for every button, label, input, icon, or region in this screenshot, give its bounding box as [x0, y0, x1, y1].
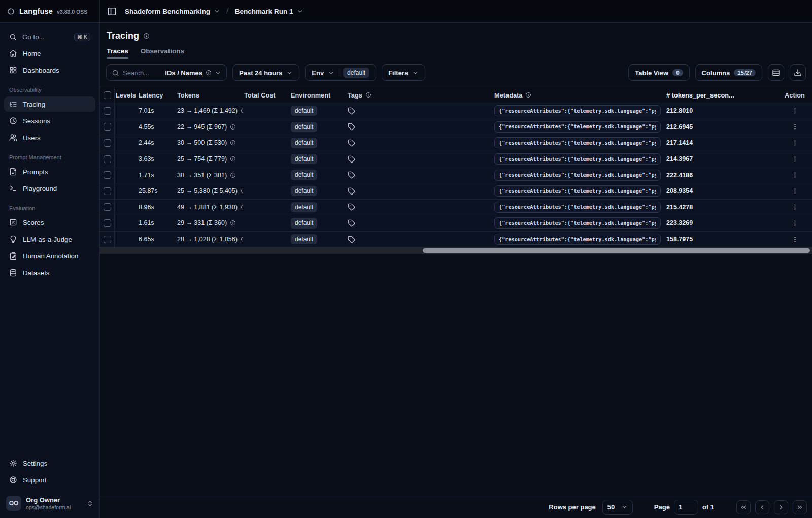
- sidebar-item-tracing[interactable]: Tracing: [4, 96, 95, 112]
- column-header-environment[interactable]: Environment: [290, 87, 345, 103]
- tag-icon[interactable]: [348, 171, 355, 179]
- next-page-button[interactable]: [774, 500, 788, 514]
- sidebar-item-users[interactable]: Users: [4, 130, 95, 145]
- last-page-button[interactable]: [793, 500, 807, 514]
- metadata-preview[interactable]: {"resourceAttributes":{"telemetry.sdk.la…: [494, 234, 661, 245]
- tag-icon[interactable]: [348, 139, 355, 147]
- columns-button[interactable]: Columns 15/27: [695, 64, 762, 81]
- row-actions-button[interactable]: [791, 187, 799, 195]
- row-checkbox[interactable]: [104, 219, 111, 227]
- tag-icon[interactable]: [348, 236, 355, 243]
- sidebar-item-playground[interactable]: Playground: [4, 181, 95, 196]
- tracing-icon: [9, 100, 17, 108]
- table-row[interactable]: 7.01s 23 → 1,469 (Σ 1,492) default {"res…: [100, 103, 812, 119]
- sidebar-item-scores[interactable]: Scores: [4, 215, 95, 230]
- page-input[interactable]: [674, 500, 698, 515]
- tag-icon[interactable]: [348, 123, 355, 131]
- table-row[interactable]: 2.44s 30 → 500 (Σ 530) default {"resourc…: [100, 135, 812, 151]
- sidebar-item-sessions[interactable]: Sessions: [4, 113, 95, 128]
- row-checkbox[interactable]: [104, 123, 111, 131]
- table-row[interactable]: 1.61s 29 → 331 (Σ 360) default {"resourc…: [100, 215, 812, 232]
- sidebar-item-human-annotation[interactable]: Human Annotation: [4, 248, 95, 264]
- column-header-metadata[interactable]: Metadata: [492, 87, 663, 103]
- row-checkbox[interactable]: [104, 155, 111, 163]
- tag-icon[interactable]: [348, 155, 355, 163]
- row-actions-button[interactable]: [791, 236, 799, 243]
- sidebar-item-prompts[interactable]: Prompts: [4, 164, 95, 179]
- table-row[interactable]: 6.65s 28 → 1,028 (Σ 1,056) default {"res…: [100, 232, 812, 248]
- table-row[interactable]: 4.55s 22 → 945 (Σ 967) default {"resourc…: [100, 119, 812, 136]
- info-icon[interactable]: [230, 172, 236, 178]
- column-header-total-cost[interactable]: Total Cost: [243, 87, 290, 103]
- row-checkbox[interactable]: [104, 139, 111, 147]
- row-checkbox[interactable]: [104, 171, 111, 179]
- metadata-preview[interactable]: {"resourceAttributes":{"telemetry.sdk.la…: [494, 170, 661, 181]
- row-actions-button[interactable]: [791, 219, 799, 227]
- column-header-tokens-per-second[interactable]: # tokens_per_secon...: [663, 87, 776, 103]
- table-row[interactable]: 1.71s 30 → 351 (Σ 381) default {"resourc…: [100, 167, 812, 183]
- table-row[interactable]: 3.63s 25 → 754 (Σ 779) default {"resourc…: [100, 151, 812, 168]
- metadata-preview[interactable]: {"resourceAttributes":{"telemetry.sdk.la…: [494, 121, 661, 133]
- metadata-preview[interactable]: {"resourceAttributes":{"telemetry.sdk.la…: [494, 217, 661, 229]
- row-checkbox[interactable]: [104, 236, 111, 243]
- goto-button[interactable]: Go to... ⌘ K: [4, 29, 95, 44]
- tab-traces[interactable]: Traces: [107, 47, 128, 59]
- row-actions-button[interactable]: [791, 155, 799, 163]
- info-icon[interactable]: [230, 220, 236, 226]
- row-actions-button[interactable]: [791, 203, 799, 211]
- tag-icon[interactable]: [348, 219, 355, 227]
- metadata-preview[interactable]: {"resourceAttributes":{"telemetry.sdk.la…: [494, 137, 661, 148]
- tracing-info-icon[interactable]: [143, 33, 150, 39]
- search-input[interactable]: [123, 69, 161, 77]
- info-icon[interactable]: [230, 140, 236, 146]
- sidebar-item-datasets[interactable]: Datasets: [4, 265, 95, 280]
- table-row[interactable]: 8.96s 49 → 1,881 (Σ 1,930) default {"res…: [100, 200, 812, 216]
- sidebar-item-llm-as-a-judge[interactable]: LLM-as-a-Judge: [4, 232, 95, 247]
- project-switcher[interactable]: Shadeform Benchmarking: [125, 8, 220, 15]
- rows-per-page-select[interactable]: 50: [602, 500, 633, 515]
- sidebar-item-home[interactable]: Home: [4, 46, 95, 61]
- tag-icon[interactable]: [348, 187, 355, 195]
- info-icon[interactable]: [230, 124, 236, 130]
- chevron-down-icon: [286, 70, 293, 76]
- sidebar-item-support[interactable]: Support: [4, 472, 95, 488]
- row-actions-button[interactable]: [791, 171, 799, 179]
- metadata-preview[interactable]: {"resourceAttributes":{"telemetry.sdk.la…: [494, 202, 661, 213]
- table-view-button[interactable]: Table View 0: [628, 64, 689, 81]
- environment-filter-button[interactable]: Env default: [305, 64, 376, 81]
- sidebar-item-dashboards[interactable]: Dashboards: [4, 62, 95, 78]
- search-mode-select[interactable]: IDs / Names: [165, 69, 221, 77]
- previous-page-button[interactable]: [755, 500, 769, 514]
- filters-button[interactable]: Filters: [382, 64, 425, 81]
- select-all-checkbox[interactable]: [104, 91, 111, 99]
- row-actions-button[interactable]: [791, 107, 799, 115]
- metadata-preview[interactable]: {"resourceAttributes":{"telemetry.sdk.la…: [494, 105, 661, 116]
- row-actions-button[interactable]: [791, 123, 799, 131]
- table-row[interactable]: 25.87s 25 → 5,380 (Σ 5,405) default {"re…: [100, 183, 812, 200]
- tag-icon[interactable]: [348, 107, 355, 115]
- row-actions-button[interactable]: [791, 139, 799, 147]
- account-switcher[interactable]: OO Org Owner ops@shadeform.ai: [4, 492, 95, 515]
- first-page-button[interactable]: [736, 500, 751, 514]
- metadata-preview[interactable]: {"resourceAttributes":{"telemetry.sdk.la…: [494, 185, 661, 197]
- time-range-button[interactable]: Past 24 hours: [232, 64, 299, 81]
- info-icon[interactable]: [230, 156, 236, 162]
- columns-label: Columns: [702, 69, 730, 77]
- column-header-levels[interactable]: Levels: [115, 87, 138, 103]
- sidebar-item-settings[interactable]: Settings: [4, 456, 95, 471]
- row-checkbox[interactable]: [104, 107, 111, 115]
- column-header-tags[interactable]: Tags: [345, 87, 492, 103]
- row-height-button[interactable]: [768, 64, 784, 81]
- horizontal-scrollbar[interactable]: [100, 247, 812, 254]
- export-button[interactable]: [790, 64, 806, 81]
- column-header-latency[interactable]: Latency: [138, 87, 176, 103]
- column-header-tokens[interactable]: Tokens: [176, 87, 243, 103]
- tag-icon[interactable]: [348, 203, 355, 211]
- sidebar-toggle-button[interactable]: [107, 7, 117, 16]
- metadata-preview[interactable]: {"resourceAttributes":{"telemetry.sdk.la…: [494, 153, 661, 165]
- scrollbar-thumb[interactable]: [423, 248, 810, 253]
- tab-observations[interactable]: Observations: [141, 47, 184, 59]
- run-switcher[interactable]: Benchmark Run 1: [235, 8, 303, 15]
- row-checkbox[interactable]: [104, 203, 111, 211]
- row-checkbox[interactable]: [104, 187, 111, 195]
